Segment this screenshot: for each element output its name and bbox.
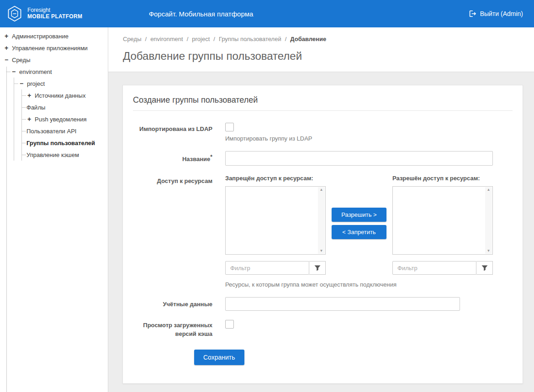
sidebar-item-files[interactable]: Файлы bbox=[26, 101, 108, 113]
sidebar-item-app-management[interactable]: + Управление приложениями bbox=[4, 42, 108, 54]
logo-line1: Foresight bbox=[27, 7, 82, 14]
allowed-resources-listbox[interactable]: ▲ ▼ bbox=[392, 186, 493, 255]
logo-text: Foresight MOBILE PLATFORM bbox=[27, 7, 82, 20]
allow-button[interactable]: Разрешить > bbox=[332, 208, 386, 222]
required-mark: * bbox=[210, 154, 212, 160]
resources-row: Доступ к ресурсам Запрещён доступ к ресу… bbox=[133, 175, 513, 288]
save-row: Сохранить bbox=[194, 350, 513, 365]
sidebar-item-environments[interactable]: − Среды bbox=[4, 54, 108, 66]
resources-transfer-buttons: Разрешить > < Запретить bbox=[332, 208, 386, 239]
sidebar-item-label: Пользователи API bbox=[26, 128, 76, 135]
allowed-resources-title: Разрешён доступ к ресурсам: bbox=[392, 175, 493, 182]
sidebar-item-push-notifications[interactable]: + Push уведомления bbox=[26, 113, 108, 125]
deny-button[interactable]: < Запретить bbox=[332, 225, 386, 239]
sidebar-item-cache-management[interactable]: Управление кэшем bbox=[26, 149, 108, 161]
sidebar-item-environment[interactable]: − environment bbox=[11, 66, 108, 78]
breadcrumb-separator: / bbox=[213, 36, 215, 42]
scrollbar[interactable]: ▲ ▼ bbox=[485, 187, 492, 254]
breadcrumb-item-user-groups[interactable]: Группы пользователей bbox=[219, 36, 281, 42]
logo-line2: MOBILE PLATFORM bbox=[27, 14, 82, 20]
sidebar-subtree: + Источники данных Файлы bbox=[21, 89, 108, 161]
page-header: Среды / environment / project / Группы п… bbox=[108, 27, 534, 72]
sidebar-item-api-users[interactable]: Пользователи API bbox=[26, 125, 108, 137]
name-label: Название* bbox=[182, 156, 212, 162]
breadcrumb-item-environment[interactable]: environment bbox=[150, 36, 183, 42]
sidebar-item-label: Управление приложениями bbox=[12, 45, 88, 52]
sidebar-item-label: Источники данных bbox=[35, 92, 85, 99]
sidebar-item-label: Среды bbox=[12, 57, 31, 63]
collapse-icon[interactable]: − bbox=[19, 80, 24, 87]
scrollbar[interactable]: ▲ ▼ bbox=[318, 187, 325, 254]
allowed-filter-button[interactable] bbox=[476, 261, 493, 275]
scroll-up-icon[interactable]: ▲ bbox=[487, 188, 491, 192]
app-logo[interactable]: Foresight MOBILE PLATFORM bbox=[0, 5, 82, 22]
sidebar-item-label: Администрирование bbox=[12, 33, 69, 40]
denied-filter-input[interactable] bbox=[225, 261, 309, 275]
sidebar: + Администрирование + Управление приложе… bbox=[0, 27, 108, 392]
main-area: Среды / environment / project / Группы п… bbox=[108, 27, 534, 392]
sidebar-item-label: Файлы bbox=[26, 104, 45, 111]
allowed-resources-panel: Разрешён доступ к ресурсам: ▲ ▼ bbox=[392, 175, 493, 275]
allowed-filter-row bbox=[392, 261, 493, 275]
collapse-icon[interactable]: − bbox=[11, 68, 16, 75]
resources-help-text: Ресурсы, к которым группа может осуществ… bbox=[225, 281, 513, 288]
denied-resources-title: Запрещён доступ к ресурсам: bbox=[225, 175, 326, 182]
sidebar-item-administration[interactable]: + Администрирование bbox=[4, 30, 108, 42]
credentials-input[interactable] bbox=[225, 297, 460, 311]
sidebar-item-label: project bbox=[27, 80, 45, 87]
sidebar-item-user-groups[interactable]: Группы пользователей bbox=[26, 137, 108, 149]
resources-label: Доступ к ресурсам bbox=[157, 178, 212, 184]
expand-icon[interactable]: + bbox=[26, 116, 32, 122]
card-title: Создание группы пользователей bbox=[133, 95, 513, 111]
sidebar-item-label: Управление кэшем bbox=[26, 152, 79, 158]
name-row: Название* bbox=[133, 151, 513, 166]
sidebar-item-label: Push уведомления bbox=[35, 116, 87, 123]
content-area: Создание группы пользователей Импортиров… bbox=[108, 72, 534, 392]
logout-label: Выйти (Admin) bbox=[480, 10, 523, 17]
credentials-label: Учётные данные bbox=[163, 301, 212, 308]
breadcrumb-item-environments[interactable]: Среды bbox=[123, 36, 142, 42]
filter-icon bbox=[481, 265, 488, 271]
expand-icon[interactable]: + bbox=[4, 33, 9, 39]
sidebar-subtree: − environment − project bbox=[6, 66, 108, 161]
scroll-down-icon[interactable]: ▼ bbox=[320, 249, 323, 253]
name-input[interactable] bbox=[225, 151, 493, 166]
ldap-row: Импортирована из LDAP Импортировать груп… bbox=[133, 123, 513, 142]
denied-resources-listbox[interactable]: ▲ ▼ bbox=[225, 186, 326, 255]
cache-view-row: Просмотр загруженных версий кэша bbox=[133, 320, 513, 338]
credentials-row: Учётные данные bbox=[133, 297, 513, 311]
sidebar-item-label: Группы пользователей bbox=[26, 140, 95, 146]
create-group-card: Создание группы пользователей Импортиров… bbox=[122, 85, 523, 384]
breadcrumb: Среды / environment / project / Группы п… bbox=[123, 36, 534, 42]
sidebar-subtree: − project + Источники данных bbox=[14, 78, 108, 161]
breadcrumb-item-project[interactable]: project bbox=[192, 36, 210, 42]
scroll-down-icon[interactable]: ▼ bbox=[487, 249, 491, 253]
scroll-up-icon[interactable]: ▲ bbox=[320, 188, 323, 192]
logo-icon bbox=[6, 5, 23, 22]
sidebar-tree: + Администрирование + Управление приложе… bbox=[0, 30, 108, 161]
sidebar-item-data-sources[interactable]: + Источники данных bbox=[26, 89, 108, 101]
page-title: Добавление группы пользователей bbox=[123, 50, 534, 63]
breadcrumb-separator: / bbox=[187, 36, 189, 42]
resources-dual-list: Запрещён доступ к ресурсам: ▲ ▼ bbox=[225, 175, 493, 275]
expand-icon[interactable]: + bbox=[26, 92, 32, 99]
filter-icon bbox=[314, 265, 321, 271]
expand-icon[interactable]: + bbox=[4, 45, 9, 51]
sidebar-item-project[interactable]: − project bbox=[19, 78, 108, 89]
save-button[interactable]: Сохранить bbox=[194, 350, 244, 365]
ldap-checkbox[interactable] bbox=[225, 123, 234, 131]
ldap-label: Импортирована из LDAP bbox=[139, 125, 212, 132]
cache-view-label: Просмотр загруженных версий кэша bbox=[143, 322, 212, 337]
logout-button[interactable]: Выйти (Admin) bbox=[468, 10, 523, 18]
collapse-icon[interactable]: − bbox=[4, 57, 9, 63]
logout-icon bbox=[468, 10, 476, 18]
allowed-filter-input[interactable] bbox=[392, 261, 476, 275]
sidebar-item-label: environment bbox=[19, 68, 52, 75]
denied-resources-panel: Запрещён доступ к ресурсам: ▲ ▼ bbox=[225, 175, 326, 275]
denied-filter-button[interactable] bbox=[309, 261, 326, 275]
cache-view-checkbox[interactable] bbox=[225, 320, 234, 329]
breadcrumb-separator: / bbox=[145, 36, 147, 42]
app-title: Форсайт. Мобильная платформа bbox=[149, 10, 254, 18]
breadcrumb-item-current: Добавление bbox=[290, 36, 326, 42]
ldap-help-text: Импортировать группу из LDAP bbox=[225, 135, 513, 142]
